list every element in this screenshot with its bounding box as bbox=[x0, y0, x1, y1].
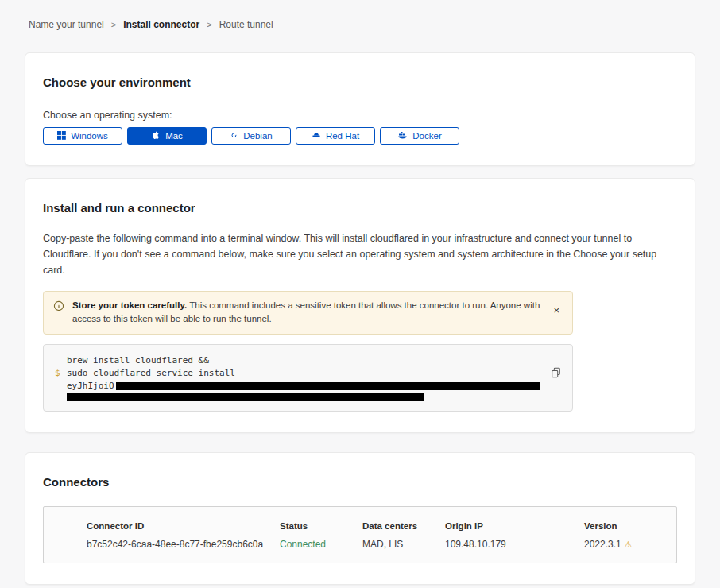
os-button-group: Windows Mac Debian bbox=[43, 127, 677, 145]
os-button-label: Debian bbox=[243, 131, 272, 141]
windows-icon bbox=[57, 131, 66, 141]
connector-id-value: b7c52c42-6caa-48ee-8c77-fbe259cb6c0a bbox=[87, 539, 280, 550]
connector-version-cell: 2022.3.1⚠ bbox=[584, 539, 667, 550]
copy-command-button[interactable] bbox=[549, 366, 563, 382]
shell-prompt: $ bbox=[55, 367, 67, 380]
copy-icon bbox=[551, 369, 561, 381]
os-button-label: Red Hat bbox=[326, 131, 359, 141]
docker-icon bbox=[397, 130, 408, 141]
column-header-origin-ip: Origin IP bbox=[445, 521, 584, 531]
environment-card: Choose your environment Choose an operat… bbox=[25, 52, 695, 166]
os-button-windows[interactable]: Windows bbox=[43, 127, 122, 145]
debian-icon bbox=[230, 131, 238, 141]
install-card-title: Install and run a connector bbox=[43, 201, 677, 215]
close-icon[interactable]: × bbox=[550, 304, 563, 317]
os-button-debian[interactable]: Debian bbox=[211, 127, 291, 145]
os-button-mac[interactable]: Mac bbox=[127, 127, 207, 145]
os-button-docker[interactable]: Docker bbox=[380, 127, 459, 145]
connectors-table: Connector ID Status Data centers Origin … bbox=[43, 506, 677, 563]
code-line-2: sudo cloudflared service install bbox=[67, 367, 235, 380]
install-card: Install and run a connector Copy-paste t… bbox=[25, 178, 695, 433]
token-warning-banner: Store your token carefully. This command… bbox=[43, 291, 573, 335]
breadcrumb: Name your tunnel > Install connector > R… bbox=[25, 0, 695, 30]
os-button-label: Windows bbox=[71, 131, 108, 141]
breadcrumb-step-install-connector[interactable]: Install connector bbox=[123, 19, 199, 30]
environment-card-title: Choose your environment bbox=[43, 75, 677, 89]
connector-version-value: 2022.3.1 bbox=[584, 539, 621, 550]
connector-datacenters-value: MAD, LIS bbox=[362, 539, 445, 550]
column-header-data-centers: Data centers bbox=[362, 521, 445, 531]
column-header-connector-id: Connector ID bbox=[87, 521, 280, 531]
token-prefix: eyJhIjoiO bbox=[67, 380, 114, 393]
connector-status-value: Connected bbox=[280, 539, 362, 550]
info-icon bbox=[53, 300, 64, 315]
column-header-status: Status bbox=[280, 521, 362, 531]
os-button-label: Mac bbox=[165, 131, 183, 141]
breadcrumb-step-name-tunnel[interactable]: Name your tunnel bbox=[29, 19, 104, 30]
breadcrumb-separator: > bbox=[207, 20, 211, 29]
os-select-label: Choose an operating system: bbox=[43, 110, 677, 121]
os-button-label: Docker bbox=[412, 131, 441, 141]
breadcrumb-step-route-tunnel[interactable]: Route tunnel bbox=[219, 19, 273, 30]
connectors-card: Connectors Connector ID Status Data cent… bbox=[25, 452, 695, 585]
token-warning-bold: Store your token carefully. bbox=[72, 300, 187, 310]
install-description: Copy-paste the following command into a … bbox=[43, 230, 677, 278]
os-button-redhat[interactable]: Red Hat bbox=[296, 127, 375, 145]
breadcrumb-separator: > bbox=[111, 20, 116, 29]
code-line-1: brew install cloudflared && bbox=[67, 354, 209, 367]
connectors-card-title: Connectors bbox=[43, 475, 677, 489]
apple-icon bbox=[151, 130, 161, 141]
redacted-token-bar bbox=[67, 393, 424, 401]
install-command-block: brew install cloudflared && $ sudo cloud… bbox=[43, 344, 573, 412]
redhat-icon bbox=[312, 130, 321, 141]
connector-origin-ip-value: 109.48.10.179 bbox=[445, 539, 584, 550]
token-warning-text: Store your token carefully. This command… bbox=[72, 299, 542, 327]
redacted-token-bar bbox=[116, 382, 540, 390]
page: Name your tunnel > Install connector > R… bbox=[0, 0, 720, 588]
column-header-version: Version bbox=[584, 521, 667, 531]
version-warning-icon: ⚠ bbox=[625, 540, 633, 549]
